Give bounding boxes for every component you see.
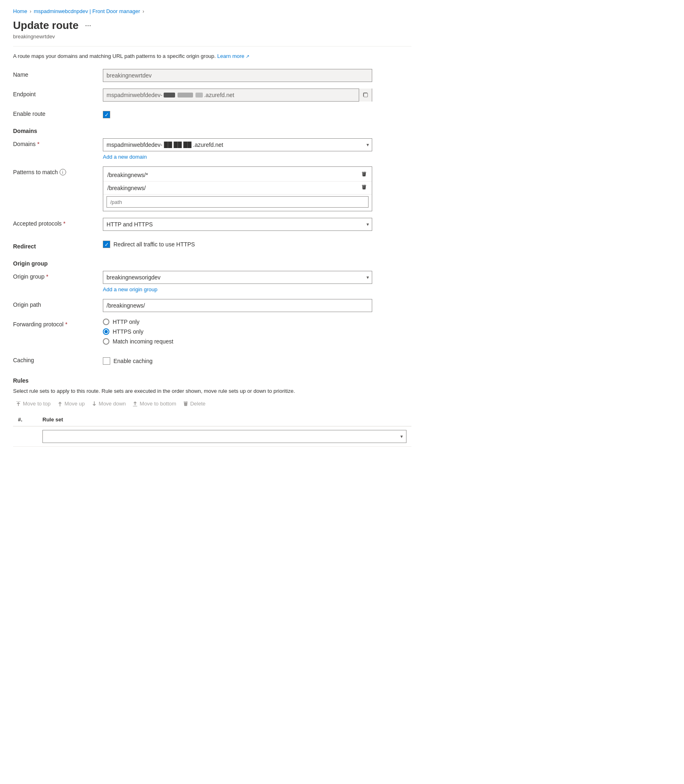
patterns-label: Patterns to match i (13, 166, 103, 175)
redirect-checkbox-row: ✓ Redirect all traffic to use HTTPS (103, 241, 372, 248)
endpoint-label: Endpoint (13, 89, 103, 97)
caching-checkbox-wrap[interactable]: Enable caching (103, 354, 372, 368)
delete-rule-label: Delete (190, 401, 206, 407)
page-title-row: Update route ··· (13, 19, 411, 32)
accepted-protocols-row: Accepted protocols * HTTP and HTTPS ▾ (13, 218, 411, 231)
redirect-text: Redirect all traffic to use HTTPS (113, 241, 195, 248)
redirect-checkbox[interactable]: ✓ (103, 241, 110, 248)
forwarding-protocol-row: Forwarding protocol * HTTP only HTTPS on… (13, 319, 411, 348)
move-down-icon (91, 401, 97, 407)
forwarding-protocol-label: Forwarding protocol * (13, 319, 103, 328)
delete-pattern-2-button[interactable] (360, 184, 368, 192)
path-input[interactable] (107, 196, 369, 208)
col-number-header: #. (13, 413, 38, 426)
origin-group-row: Origin group * breakingnewsorigdev ▾ Add… (13, 271, 411, 292)
checkbox-check-icon: ✓ (104, 112, 109, 117)
domains-section: Domains Domains * mspadminwebfdedev- ██ … (13, 128, 411, 231)
move-down-label: Move down (99, 401, 126, 407)
learn-more-link[interactable]: Learn more (217, 53, 244, 59)
delete-rule-button[interactable]: Delete (180, 399, 208, 408)
domains-required: * (37, 141, 39, 147)
radio-match-label: Match incoming request (113, 338, 173, 345)
copy-endpoint-button[interactable] (359, 89, 372, 102)
rule-set-arrow-icon: ▾ (397, 434, 406, 439)
rules-header-row: #. Rule set (13, 413, 411, 426)
rules-toolbar: Move to top Move up Move down Move to bo… (13, 399, 411, 408)
redirect-check-icon: ✓ (104, 242, 109, 247)
radio-https-label: HTTPS only (113, 328, 143, 335)
rules-description: Select rule sets to apply to this route.… (13, 388, 411, 394)
origin-path-input[interactable] (103, 299, 372, 312)
move-to-bottom-button[interactable]: Move to bottom (130, 399, 179, 408)
radio-http-label: HTTP only (113, 319, 140, 325)
delete-rule-icon (183, 401, 189, 407)
radio-http-wrap[interactable]: HTTP only (103, 319, 372, 325)
radio-https-circle[interactable] (103, 328, 109, 335)
enable-route-control: ✓ (103, 108, 372, 121)
move-up-button[interactable]: Move up (55, 399, 87, 408)
breadcrumb-sep1: › (30, 9, 31, 14)
domains-select[interactable]: mspadminwebfdedev- ██ ██ ██ .azurefd.net (103, 138, 372, 151)
rule-set-select[interactable] (43, 430, 397, 443)
pattern-item-1: /breakingnews/* (103, 168, 372, 182)
origin-group-heading: Origin group (13, 260, 411, 267)
patterns-row: Patterns to match i /breakingnews/* /bre… (13, 166, 411, 211)
radio-match-wrap[interactable]: Match incoming request (103, 338, 372, 345)
ellipsis-button[interactable]: ··· (82, 20, 93, 31)
endpoint-display: mspadminwebfdedev- .azurefd.net (103, 89, 372, 102)
name-control (103, 69, 372, 82)
domains-section-heading: Domains (13, 128, 411, 134)
radio-http-circle[interactable] (103, 319, 109, 325)
domains-label: Domains * (13, 138, 103, 147)
name-input[interactable] (103, 69, 372, 82)
patterns-info-icon: i (60, 169, 66, 175)
move-to-bottom-label: Move to bottom (140, 401, 176, 407)
endpoint-row: Endpoint mspadminwebfdedev- .azurefd.net (13, 89, 411, 102)
rules-heading: Rules (13, 377, 411, 384)
move-to-top-button[interactable]: Move to top (13, 399, 53, 408)
add-origin-group-link[interactable]: Add a new origin group (103, 286, 158, 292)
endpoint-control: mspadminwebfdedev- .azurefd.net (103, 89, 372, 102)
pattern-value-2: /breakingnews/ (107, 185, 146, 191)
name-row: Name (13, 69, 411, 82)
copy-icon (363, 92, 369, 98)
radio-match-circle[interactable] (103, 338, 109, 345)
rules-section: Rules Select rule sets to apply to this … (13, 377, 411, 447)
radio-https-dot (104, 330, 108, 333)
rules-table: #. Rule set ▾ (13, 413, 411, 447)
breadcrumb-parent[interactable]: mspadminwebcdnpdev | Front Door manager (34, 8, 140, 14)
pattern-value-1: /breakingnews/* (107, 172, 148, 178)
enable-caching-label: Enable caching (113, 358, 153, 364)
delete-pattern-1-button[interactable] (360, 171, 368, 179)
caching-checkbox[interactable] (103, 357, 110, 365)
origin-group-control: breakingnewsorigdev ▾ Add a new origin g… (103, 271, 372, 292)
move-up-label: Move up (64, 401, 85, 407)
forwarding-required: * (65, 321, 67, 328)
name-label: Name (13, 69, 103, 78)
origin-group-required: * (46, 273, 48, 280)
origin-group-select[interactable]: breakingnewsorigdev (103, 271, 372, 284)
move-down-button[interactable]: Move down (89, 399, 128, 408)
enable-route-row: Enable route ✓ (13, 108, 411, 121)
move-to-top-label: Move to top (23, 401, 51, 407)
enable-route-label: Enable route (13, 108, 103, 117)
rule-row-1-number (13, 426, 38, 447)
radio-https-wrap[interactable]: HTTPS only (103, 328, 372, 335)
trash-icon-2 (361, 184, 367, 190)
add-domain-link[interactable]: Add a new domain (103, 154, 147, 160)
origin-group-dropdown-wrap: breakingnewsorigdev ▾ (103, 271, 372, 284)
redirect-row: Redirect ✓ Redirect all traffic to use H… (13, 241, 411, 254)
enable-route-checkbox-wrap[interactable]: ✓ (103, 108, 372, 121)
page-title: Update route (13, 19, 78, 32)
caching-row: Caching Enable caching (13, 354, 411, 368)
breadcrumb-home[interactable]: Home (13, 8, 27, 14)
enable-route-checkbox[interactable]: ✓ (103, 111, 110, 118)
redirect-control: ✓ Redirect all traffic to use HTTPS (103, 241, 372, 248)
endpoint-redact-2 (178, 93, 193, 97)
domains-dropdown-wrap: mspadminwebfdedev- ██ ██ ██ .azurefd.net… (103, 138, 372, 151)
protocols-select[interactable]: HTTP and HTTPS (103, 218, 372, 231)
rules-table-head: #. Rule set (13, 413, 411, 426)
move-up-icon (57, 401, 63, 407)
domains-row: Domains * mspadminwebfdedev- ██ ██ ██ .a… (13, 138, 411, 160)
caching-control: Enable caching (103, 354, 372, 368)
